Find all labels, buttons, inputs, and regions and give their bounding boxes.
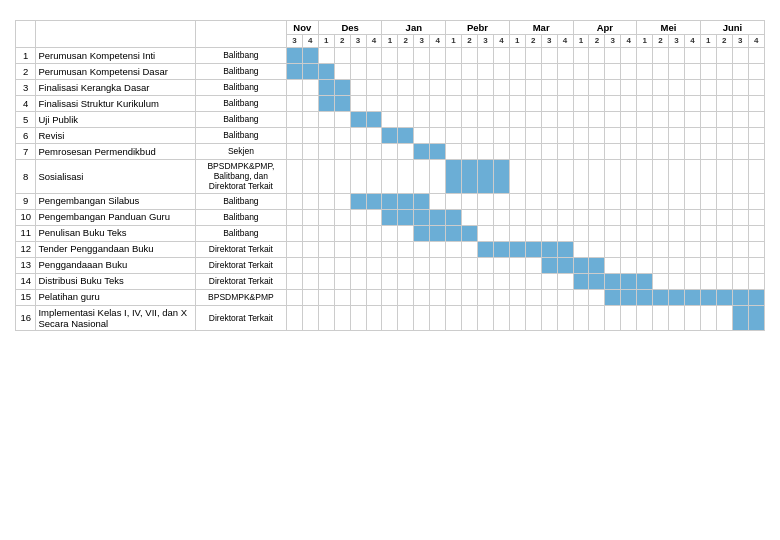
schedule-cell [398,241,414,257]
schedule-cell [716,143,732,159]
schedule-cell [637,257,653,273]
cell-kegiatan: Penggandaaan Buku [36,257,195,273]
schedule-cell [414,111,430,127]
schedule-cell [557,209,573,225]
schedule-cell [493,143,509,159]
schedule-cell [653,127,669,143]
schedule-cell [748,63,764,79]
schedule-cell [446,257,462,273]
table-row: 8SosialisasiBPSDMPK&PMP, Balitbang, dan … [16,159,765,193]
schedule-cell [605,95,621,111]
schedule-cell [414,289,430,305]
subheader-col-24: 3 [669,35,685,48]
cell-no: 7 [16,143,36,159]
schedule-cell [748,79,764,95]
schedule-cell [589,95,605,111]
schedule-cell [525,111,541,127]
schedule-cell [446,209,462,225]
schedule-cell [462,127,478,143]
table-row: 2Perumusan Kompetensi DasarBalitbang [16,63,765,79]
schedule-cell [637,209,653,225]
schedule-cell [350,289,366,305]
schedule-cell [732,193,748,209]
schedule-cell [462,111,478,127]
schedule-cell [462,225,478,241]
schedule-cell [334,159,350,193]
table-row: 9Pengembangan SilabusBalitbang [16,193,765,209]
table-row: 3Finalisasi Kerangka DasarBalitbang [16,79,765,95]
schedule-cell [477,79,493,95]
subheader-col-0: 3 [286,35,302,48]
schedule-cell [541,127,557,143]
subheader-col-27: 2 [716,35,732,48]
schedule-cell [589,63,605,79]
schedule-cell [716,95,732,111]
schedule-cell [350,159,366,193]
schedule-cell [700,305,716,331]
schedule-cell [684,127,700,143]
schedule-cell [493,257,509,273]
schedule-cell [525,63,541,79]
schedule-cell [557,111,573,127]
schedule-cell [286,257,302,273]
header-unit [195,21,286,48]
schedule-cell [700,63,716,79]
schedule-cell [509,209,525,225]
schedule-cell [716,305,732,331]
schedule-cell [509,225,525,241]
schedule-cell [430,47,446,63]
schedule-cell [732,127,748,143]
schedule-cell [446,79,462,95]
schedule-cell [525,159,541,193]
schedule-cell [318,305,334,331]
schedule-cell [589,47,605,63]
schedule-cell [669,47,685,63]
schedule-cell [541,209,557,225]
schedule-cell [382,63,398,79]
schedule-cell [398,63,414,79]
schedule-cell [637,159,653,193]
schedule-cell [557,273,573,289]
subheader-col-7: 2 [398,35,414,48]
schedule-cell [669,127,685,143]
cell-unit: Balitbang [195,63,286,79]
schedule-cell [621,209,637,225]
schedule-cell [621,289,637,305]
schedule-cell [462,143,478,159]
schedule-cell [748,273,764,289]
schedule-cell [700,225,716,241]
table-row: 7Pemrosesan PermendikbudSekjen [16,143,765,159]
cell-unit: Balitbang [195,127,286,143]
schedule-cell [462,273,478,289]
schedule-cell [637,111,653,127]
schedule-cell [716,257,732,273]
schedule-cell [637,289,653,305]
schedule-cell [557,225,573,241]
schedule-cell [653,305,669,331]
schedule-cell [509,111,525,127]
schedule-cell [573,159,589,193]
schedule-cell [605,79,621,95]
schedule-cell [589,209,605,225]
schedule-cell [732,63,748,79]
schedule-cell [398,143,414,159]
schedule-cell [605,193,621,209]
cell-kegiatan: Finalisasi Struktur Kurikulum [36,95,195,111]
schedule-cell [573,95,589,111]
schedule-cell [286,95,302,111]
schedule-cell [541,273,557,289]
schedule-cell [493,159,509,193]
schedule-cell [637,225,653,241]
schedule-cell [748,111,764,127]
schedule-cell [398,127,414,143]
schedule-cell [493,225,509,241]
cell-unit: Balitbang [195,225,286,241]
schedule-cell [334,111,350,127]
schedule-cell [477,209,493,225]
schedule-cell [748,225,764,241]
table-row: 14Distribusi Buku TeksDirektorat Terkait [16,273,765,289]
schedule-cell [525,305,541,331]
schedule-cell [430,79,446,95]
cell-kegiatan: Distribusi Buku Teks [36,273,195,289]
schedule-cell [382,193,398,209]
